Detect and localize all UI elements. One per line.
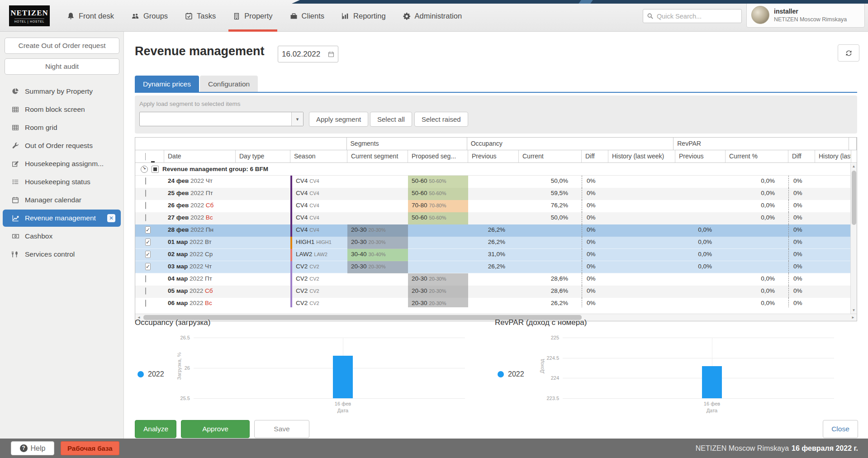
sidebar-item-housekeeping-assignm-[interactable]: Housekeeping assignm...: [3, 155, 121, 172]
nav-items: NETIZEN HOTEL | HOSTEL Front deskGroupsT…: [9, 0, 468, 32]
table-row[interactable]: 02 мар 2022 СрLAW2LAW230-4030-40%31,0%0%…: [135, 249, 857, 261]
refresh-button[interactable]: [838, 44, 859, 62]
column-header-6[interactable]: Previous: [468, 150, 519, 162]
vertical-scroll-thumb[interactable]: [852, 171, 856, 225]
netizen-logo[interactable]: NETIZEN HOTEL | HOSTEL: [9, 5, 50, 26]
analyze-button[interactable]: Analyze: [135, 420, 176, 438]
night-audit-button[interactable]: Night audit: [5, 58, 119, 75]
sidebar-item-housekeeping-status[interactable]: Housekeeping status: [3, 173, 121, 191]
table-row[interactable]: 04 мар 2022 ПтCV2CV220-3020-30%28,6%0%0,…: [135, 273, 857, 286]
table-row[interactable]: 28 фев 2022 ПнCV4CV420-3020-30%26,2%0%0,…: [135, 224, 857, 237]
sidebar-item-summary-by-property[interactable]: Summary by Property: [3, 83, 121, 100]
revpar-diff-cell: 0%: [788, 212, 815, 224]
table-row[interactable]: 24 фев 2022 ЧтCV4CV450-6050-60%50,0%0%0,…: [135, 176, 857, 188]
occupancy-history-cell: [608, 212, 675, 224]
line-chart-icon: [12, 215, 19, 222]
sidebar-item-services-control[interactable]: Services control: [3, 246, 121, 263]
row-checkbox[interactable]: [145, 202, 146, 209]
row-checkbox[interactable]: [145, 251, 151, 258]
close-button[interactable]: Close: [823, 420, 858, 438]
nav-item-tasks[interactable]: Tasks: [179, 0, 222, 32]
table-row[interactable]: 05 мар 2022 СбCV2CV220-3020-30%28,6%0%0,…: [135, 286, 857, 298]
proposed-segment-cell: 20-3020-30%: [408, 273, 468, 286]
date-cell: 24 фев 2022 Чт: [164, 176, 236, 188]
date-input[interactable]: 16.02.2022: [278, 46, 338, 62]
tab-bar: Dynamic prices Configuration: [135, 76, 259, 93]
row-checkbox[interactable]: [145, 190, 146, 197]
table-row[interactable]: 26 фев 2022 СбCV4CV470-8070-80%76,2%0%0,…: [135, 200, 857, 212]
sidebar-item-room-block-screen[interactable]: Room block screen: [3, 101, 121, 118]
sidebar-item-revenue-management[interactable]: Revenue management✕: [3, 210, 121, 227]
nav-item-front-desk[interactable]: Front desk: [61, 0, 120, 32]
column-header-1[interactable]: Date: [164, 150, 236, 162]
column-header-5[interactable]: Proposed seg...: [408, 150, 468, 162]
help-button[interactable]: ? Help: [11, 441, 54, 455]
segment-select[interactable]: ▾: [139, 112, 304, 126]
column-header-8[interactable]: Diff: [582, 150, 608, 162]
table-row[interactable]: 27 фев 2022 ВсCV4CV450-6050-60%50,0%0%0,…: [135, 212, 857, 224]
column-header-9[interactable]: History (last week): [608, 150, 675, 162]
occupancy-current-cell: 50,0%: [519, 176, 582, 188]
user-menu[interactable]: installer NETIZEN Moscow Rimskaya: [746, 2, 865, 28]
table-row[interactable]: 06 мар 2022 ВсCV2CV220-3020-30%26,2%0%0,…: [135, 298, 857, 307]
wrench-icon: [12, 142, 19, 149]
nav-item-reporting[interactable]: Reporting: [335, 0, 392, 32]
sidebar-item-out-of-order-requests[interactable]: Out of Order requests: [3, 137, 121, 154]
revpar-current-cell: [726, 249, 788, 261]
select-all-checkbox[interactable]: [145, 153, 160, 162]
row-checkbox[interactable]: [145, 300, 146, 307]
nav-item-groups[interactable]: Groups: [125, 0, 174, 32]
approve-selected-button[interactable]: Approve selected: [181, 420, 250, 438]
nav-item-clients[interactable]: Clients: [284, 0, 331, 32]
group-row[interactable]: Revenue management group: 6 BFM: [135, 163, 857, 176]
row-checkbox[interactable]: [145, 226, 151, 234]
column-header-11[interactable]: Current %: [726, 150, 788, 162]
footer-property-info: NETIZEN Moscow Rimskaya16 февраля 2022 г…: [696, 439, 858, 458]
column-header-7[interactable]: Current: [519, 150, 582, 162]
vertical-scrollbar[interactable]: ▲ ▼: [850, 163, 857, 314]
column-header-12[interactable]: Diff: [788, 150, 815, 162]
row-checkbox[interactable]: [145, 239, 151, 246]
row-checkbox[interactable]: [145, 263, 151, 270]
sidebar-item-cashbox[interactable]: Cashbox: [3, 228, 121, 245]
column-header-4[interactable]: Current segment: [347, 150, 408, 162]
scroll-up-icon[interactable]: ▲: [851, 163, 857, 170]
season-cell: CV4CV4: [290, 224, 347, 237]
column-header-3[interactable]: Season: [290, 150, 347, 162]
sidebar-item-room-grid[interactable]: Room grid: [3, 119, 121, 136]
table-row[interactable]: 01 мар 2022 ВтHIGH1HIGH120-3020-30%26,2%…: [135, 237, 857, 249]
chevron-down-icon[interactable]: ▾: [291, 112, 303, 126]
nav-item-property[interactable]: Property: [227, 0, 279, 32]
tab-configuration[interactable]: Configuration: [200, 76, 258, 93]
revenue-table: SegmentsOccupancyRevPAR DateDay typeSeas…: [135, 137, 857, 321]
revpar-history-cell: [815, 249, 851, 261]
calendar-icon[interactable]: [328, 51, 334, 57]
legend-dot: [498, 371, 504, 377]
tab-dynamic-prices[interactable]: Dynamic prices: [135, 76, 199, 93]
row-checkbox[interactable]: [145, 287, 146, 295]
revpar-previous-cell: 0,0%: [675, 249, 726, 261]
row-checkbox[interactable]: [145, 275, 146, 282]
date-dow: Ср: [205, 251, 213, 258]
row-checkbox[interactable]: [145, 214, 146, 221]
column-header-10[interactable]: Previous: [675, 150, 726, 162]
scroll-down-icon[interactable]: ▼: [851, 307, 857, 314]
database-badge[interactable]: Рабочая база: [61, 441, 119, 455]
table-row[interactable]: 03 мар 2022 ЧтCV2CV220-3020-30%26,2%0%0,…: [135, 261, 857, 273]
search-input[interactable]: [657, 13, 729, 20]
group-checkbox[interactable]: [152, 166, 159, 173]
row-checkbox[interactable]: [145, 177, 146, 185]
column-header-2[interactable]: Day type: [236, 150, 290, 162]
save-changes-button[interactable]: Save changes: [254, 420, 309, 438]
collapse-group-icon[interactable]: [141, 166, 148, 173]
select-raised-button[interactable]: Select raised: [414, 112, 468, 127]
close-icon[interactable]: ✕: [107, 214, 115, 222]
table-row[interactable]: 25 фев 2022 ПтCV4CV450-6050-60%59,5%0%0,…: [135, 188, 857, 200]
apply-segment-button[interactable]: Apply segment: [309, 112, 368, 127]
create-out-of-order-button[interactable]: Create Out of Order request: [5, 38, 119, 54]
revpar-diff-cell: 0%: [788, 237, 815, 249]
select-all-button[interactable]: Select all: [370, 112, 412, 127]
nav-item-administration[interactable]: Administration: [397, 0, 469, 32]
sidebar-item-manager-calendar[interactable]: Manager calendar: [3, 191, 121, 209]
column-header-13[interactable]: History (last we: [815, 150, 851, 162]
